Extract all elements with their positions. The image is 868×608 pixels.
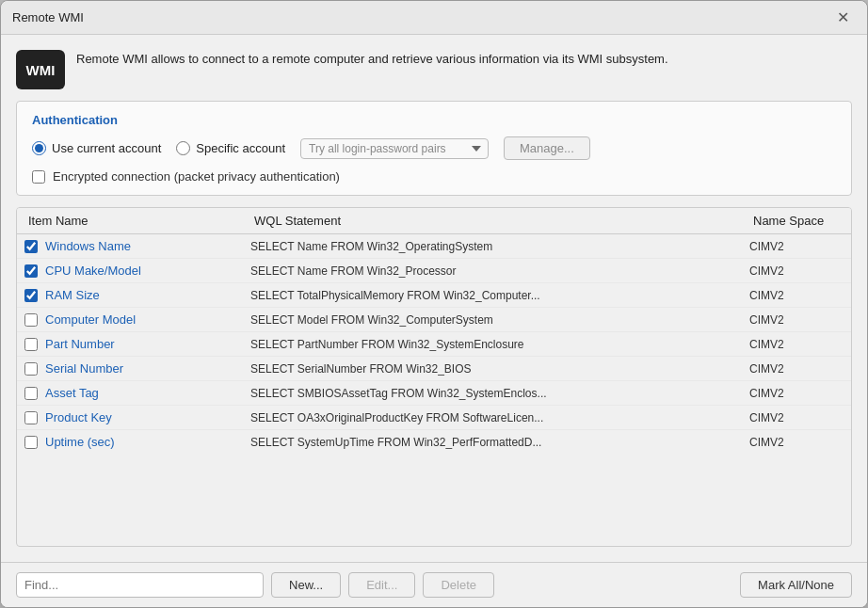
row-checkbox-8[interactable] — [24, 436, 38, 449]
row-name-cell: Part Number — [24, 337, 250, 351]
items-table: Item Name WQL Statement Name Space Windo… — [16, 207, 852, 547]
use-current-account-option[interactable]: Use current account — [32, 141, 161, 155]
row-name-text: Part Number — [45, 337, 115, 351]
table-row: Part Number SELECT PartNumber FROM Win32… — [17, 332, 851, 357]
specific-account-radio[interactable] — [176, 141, 190, 155]
row-namespace-cell: CIMV2 — [749, 387, 844, 400]
info-box: WMI Remote WMI allows to connect to a re… — [16, 50, 852, 89]
row-wql-cell: SELECT Name FROM Win32_OperatingSystem — [250, 240, 749, 253]
row-namespace-cell: CIMV2 — [749, 313, 844, 327]
row-checkbox-5[interactable] — [24, 362, 38, 376]
row-namespace-cell: CIMV2 — [749, 264, 844, 278]
col-wql: WQL Statement — [250, 214, 749, 228]
row-checkbox-1[interactable] — [24, 264, 38, 278]
row-wql-cell: SELECT SMBIOSAssetTag FROM Win32_SystemE… — [250, 387, 749, 400]
manage-button[interactable]: Manage... — [504, 136, 590, 160]
encrypted-connection-row: Encrypted connection (packet privacy aut… — [32, 169, 836, 184]
row-wql-cell: SELECT SerialNumber FROM Win32_BIOS — [250, 362, 749, 376]
encrypted-connection-label[interactable]: Encrypted connection (packet privacy aut… — [53, 169, 340, 184]
col-namespace: Name Space — [749, 214, 844, 228]
remote-wmi-window: Remote WMI ✕ WMI Remote WMI allows to co… — [0, 0, 868, 608]
window-title: Remote WMI — [12, 10, 84, 24]
table-row: Uptime (sec) SELECT SystemUpTime FROM Wi… — [17, 430, 851, 454]
row-checkbox-7[interactable] — [24, 411, 38, 424]
close-button[interactable]: ✕ — [829, 5, 856, 31]
row-name-cell: Windows Name — [24, 239, 250, 253]
row-name-cell: Product Key — [24, 410, 250, 424]
find-input[interactable] — [16, 572, 264, 598]
row-namespace-cell: CIMV2 — [749, 436, 844, 449]
row-name-text: RAM Size — [45, 288, 100, 302]
use-current-account-radio[interactable] — [32, 141, 46, 155]
row-name-text: Serial Number — [45, 361, 123, 376]
wmi-logo: WMI — [16, 50, 65, 89]
description-text: Remote WMI allows to connect to a remote… — [76, 50, 668, 69]
mark-all-none-button[interactable]: Mark All/None — [740, 572, 852, 598]
auth-section: Authentication Use current account Speci… — [16, 101, 852, 196]
row-name-cell: RAM Size — [24, 288, 250, 302]
row-name-text: CPU Make/Model — [45, 264, 141, 278]
use-current-account-label: Use current account — [52, 141, 161, 155]
specific-account-option[interactable]: Specific account — [176, 141, 285, 155]
specific-account-label: Specific account — [196, 141, 285, 155]
table-row: RAM Size SELECT TotalPhysicalMemory FROM… — [17, 283, 851, 308]
row-name-cell: Uptime (sec) — [24, 435, 250, 449]
auth-title: Authentication — [32, 113, 836, 127]
row-namespace-cell: CIMV2 — [749, 289, 844, 302]
login-pairs-dropdown[interactable]: Try all login-password pairs — [300, 138, 489, 159]
titlebar: Remote WMI ✕ — [1, 1, 867, 35]
table-body: Windows Name SELECT Name FROM Win32_Oper… — [17, 234, 851, 454]
row-namespace-cell: CIMV2 — [749, 362, 844, 376]
encrypted-connection-checkbox[interactable] — [32, 170, 45, 184]
table-row: Product Key SELECT OA3xOriginalProductKe… — [17, 406, 851, 430]
row-namespace-cell: CIMV2 — [749, 240, 844, 253]
table-row: Computer Model SELECT Model FROM Win32_C… — [17, 308, 851, 332]
delete-button[interactable]: Delete — [423, 572, 494, 598]
row-checkbox-0[interactable] — [24, 240, 38, 253]
row-name-text: Product Key — [45, 410, 112, 424]
row-name-text: Uptime (sec) — [45, 435, 115, 449]
edit-button[interactable]: Edit... — [348, 572, 415, 598]
table-row: Serial Number SELECT SerialNumber FROM W… — [17, 357, 851, 381]
new-button[interactable]: New... — [271, 572, 341, 598]
row-wql-cell: SELECT SystemUpTime FROM Win32_PerfForma… — [250, 436, 749, 449]
table-row: Asset Tag SELECT SMBIOSAssetTag FROM Win… — [17, 381, 851, 406]
row-namespace-cell: CIMV2 — [749, 411, 844, 424]
row-namespace-cell: CIMV2 — [749, 338, 844, 351]
table-header: Item Name WQL Statement Name Space — [17, 208, 851, 234]
row-name-cell: Computer Model — [24, 312, 250, 327]
row-checkbox-2[interactable] — [24, 289, 38, 302]
row-checkbox-4[interactable] — [24, 338, 38, 351]
auth-options-row: Use current account Specific account Try… — [32, 136, 836, 160]
row-name-cell: Serial Number — [24, 361, 250, 376]
row-wql-cell: SELECT PartNumber FROM Win32_SystemEnclo… — [250, 338, 749, 351]
row-checkbox-3[interactable] — [24, 313, 38, 327]
row-wql-cell: SELECT TotalPhysicalMemory FROM Win32_Co… — [250, 289, 749, 302]
table-row: Windows Name SELECT Name FROM Win32_Oper… — [17, 234, 851, 259]
row-name-text: Windows Name — [45, 239, 131, 253]
row-name-text: Asset Tag — [45, 386, 99, 400]
col-item-name: Item Name — [24, 214, 250, 228]
row-checkbox-6[interactable] — [24, 387, 38, 400]
row-name-cell: CPU Make/Model — [24, 264, 250, 278]
row-wql-cell: SELECT OA3xOriginalProductKey FROM Softw… — [250, 411, 749, 424]
footer: New... Edit... Delete Mark All/None — [1, 562, 867, 607]
row-name-text: Computer Model — [45, 312, 136, 327]
row-name-cell: Asset Tag — [24, 386, 250, 400]
row-wql-cell: SELECT Name FROM Win32_Processor — [250, 264, 749, 278]
table-row: CPU Make/Model SELECT Name FROM Win32_Pr… — [17, 259, 851, 283]
row-wql-cell: SELECT Model FROM Win32_ComputerSystem — [250, 313, 749, 327]
content-area: WMI Remote WMI allows to connect to a re… — [1, 35, 867, 562]
